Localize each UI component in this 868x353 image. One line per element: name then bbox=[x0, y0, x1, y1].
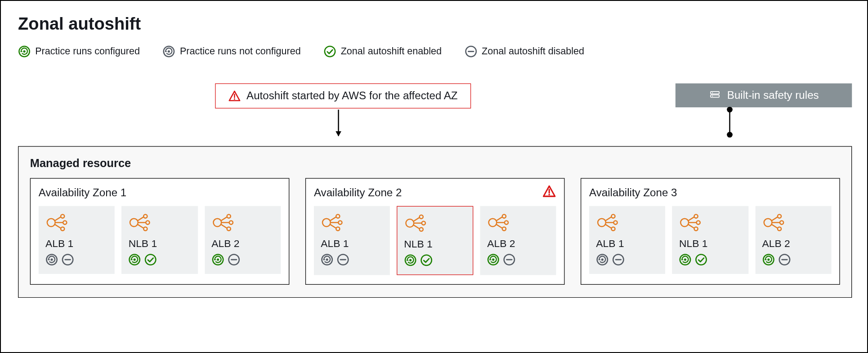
availability-zone-box: Availability Zone 2 ALB 1 NLB 1 bbox=[305, 178, 565, 284]
alert-banner-text: Autoshift started by AWS for the affecte… bbox=[246, 90, 457, 102]
gear-refresh-gray-icon bbox=[163, 45, 175, 58]
svg-point-30 bbox=[144, 227, 148, 230]
load-balancer-card: ALB 2 bbox=[480, 206, 556, 275]
load-balancer-icon bbox=[404, 213, 466, 235]
svg-point-18 bbox=[61, 227, 64, 230]
load-balancer-row: ALB 1 NLB 1 ALB 2 bbox=[314, 206, 556, 275]
check-circle-icon bbox=[324, 45, 336, 58]
minus-circle-icon bbox=[228, 253, 240, 268]
load-balancer-row: ALB 1 NLB 1 ALB 2 bbox=[39, 206, 281, 274]
managed-resource-title: Managed resource bbox=[30, 157, 840, 170]
availability-zone-title: Availability Zone 2 bbox=[314, 187, 556, 199]
svg-line-114 bbox=[771, 217, 778, 221]
gear-refresh-icon bbox=[129, 253, 141, 268]
svg-point-84 bbox=[492, 259, 495, 261]
load-balancer-icon bbox=[679, 213, 742, 234]
svg-point-2 bbox=[23, 50, 26, 53]
svg-point-75 bbox=[489, 219, 497, 227]
safety-banner-text: Built-in safety rules bbox=[727, 89, 819, 101]
svg-line-19 bbox=[54, 217, 61, 221]
svg-point-87 bbox=[598, 219, 606, 227]
svg-point-5 bbox=[168, 50, 170, 53]
legend-label: Practice runs not configured bbox=[180, 46, 301, 57]
rules-list-icon bbox=[709, 89, 721, 101]
svg-point-73 bbox=[409, 259, 412, 261]
svg-point-109 bbox=[696, 254, 707, 265]
svg-line-58 bbox=[330, 224, 336, 228]
gear-refresh-icon bbox=[18, 45, 31, 58]
gear-refresh-gray-icon bbox=[596, 253, 608, 268]
load-balancer-label: ALB 1 bbox=[321, 238, 383, 250]
svg-line-105 bbox=[688, 224, 694, 228]
load-balancer-card: ALB 2 bbox=[755, 206, 831, 274]
svg-rect-12 bbox=[711, 95, 720, 97]
svg-point-53 bbox=[336, 215, 340, 218]
svg-point-74 bbox=[421, 255, 431, 265]
warning-triangle-icon bbox=[542, 184, 556, 200]
svg-point-101 bbox=[697, 221, 700, 224]
svg-point-54 bbox=[338, 221, 342, 224]
svg-point-51 bbox=[548, 194, 550, 196]
legend-autoshift-enabled: Zonal autoshift enabled bbox=[324, 45, 442, 58]
load-balancer-icon bbox=[45, 213, 108, 234]
svg-point-112 bbox=[780, 221, 783, 224]
gear-refresh-icon bbox=[487, 253, 500, 268]
load-balancer-status-row bbox=[596, 253, 658, 268]
check-circle-icon bbox=[695, 253, 707, 268]
svg-point-76 bbox=[502, 215, 506, 218]
svg-point-36 bbox=[134, 259, 136, 261]
svg-point-6 bbox=[325, 46, 335, 57]
legend-practice-not-configured: Practice runs not configured bbox=[163, 45, 301, 58]
svg-line-93 bbox=[605, 224, 612, 228]
svg-point-67 bbox=[419, 228, 423, 231]
load-balancer-card: ALB 1 bbox=[314, 206, 389, 275]
svg-rect-11 bbox=[711, 92, 720, 94]
svg-point-27 bbox=[130, 219, 138, 227]
load-balancer-status-row bbox=[321, 253, 383, 268]
svg-line-79 bbox=[497, 217, 503, 221]
load-balancer-icon bbox=[596, 213, 658, 234]
load-balancer-status-row bbox=[129, 253, 191, 268]
load-balancer-label: ALB 2 bbox=[487, 238, 549, 250]
svg-point-111 bbox=[778, 215, 781, 218]
svg-line-56 bbox=[330, 217, 336, 221]
svg-line-33 bbox=[138, 224, 144, 228]
svg-point-14 bbox=[712, 96, 713, 97]
svg-point-89 bbox=[613, 221, 617, 224]
minus-circle-icon bbox=[612, 253, 625, 268]
load-balancer-card: ALB 1 bbox=[589, 206, 665, 274]
svg-point-17 bbox=[63, 221, 67, 224]
load-balancer-card: NLB 1 bbox=[672, 206, 748, 274]
legend-autoshift-disabled: Zonal autoshift disabled bbox=[465, 45, 584, 58]
svg-point-38 bbox=[213, 219, 221, 227]
svg-point-47 bbox=[217, 259, 219, 261]
svg-point-40 bbox=[229, 221, 233, 224]
arrow-connector bbox=[338, 110, 339, 136]
gear-refresh-icon bbox=[404, 254, 416, 269]
svg-point-66 bbox=[421, 221, 425, 225]
svg-point-88 bbox=[611, 215, 615, 218]
svg-point-24 bbox=[50, 259, 53, 261]
svg-point-10 bbox=[234, 98, 235, 100]
safety-banner: Built-in safety rules bbox=[676, 84, 852, 107]
svg-point-61 bbox=[326, 259, 328, 261]
load-balancer-icon bbox=[211, 213, 274, 234]
svg-point-90 bbox=[611, 227, 615, 230]
legend: Practice runs configured Practice runs n… bbox=[18, 45, 868, 58]
svg-point-96 bbox=[601, 259, 604, 261]
load-balancer-status-row bbox=[45, 253, 108, 268]
availability-zone-title: Availability Zone 1 bbox=[39, 187, 281, 199]
legend-practice-configured: Practice runs configured bbox=[18, 45, 140, 58]
svg-point-100 bbox=[694, 215, 698, 218]
minus-circle-icon bbox=[503, 253, 516, 268]
managed-resource-box: Managed resource Availability Zone 1 ALB… bbox=[18, 146, 852, 298]
svg-point-78 bbox=[502, 227, 506, 230]
svg-point-37 bbox=[146, 254, 156, 265]
minus-circle-icon bbox=[62, 253, 74, 268]
svg-point-41 bbox=[227, 227, 230, 230]
svg-point-52 bbox=[322, 219, 331, 227]
svg-point-113 bbox=[778, 227, 781, 230]
load-balancer-card: NLB 1 bbox=[121, 206, 197, 274]
minus-circle-icon bbox=[465, 45, 477, 58]
svg-line-42 bbox=[221, 217, 227, 221]
